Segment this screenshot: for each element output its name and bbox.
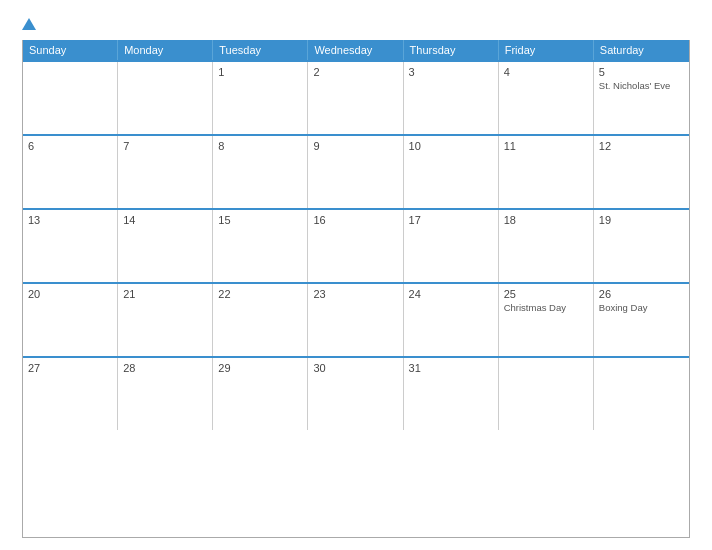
day-cell: 3 <box>404 62 499 134</box>
header <box>22 18 690 30</box>
week-row-3: 13141516171819 <box>23 208 689 282</box>
day-cell: 31 <box>404 358 499 430</box>
day-cell: 19 <box>594 210 689 282</box>
day-number: 20 <box>28 288 112 300</box>
week-row-1: 12345St. Nicholas' Eve <box>23 60 689 134</box>
week-row-5: 2728293031 <box>23 356 689 430</box>
day-number: 23 <box>313 288 397 300</box>
day-header-sunday: Sunday <box>23 40 118 60</box>
day-cell <box>118 62 213 134</box>
event-label: St. Nicholas' Eve <box>599 80 684 92</box>
logo-blue-text <box>22 18 39 30</box>
day-cell: 29 <box>213 358 308 430</box>
event-label: Boxing Day <box>599 302 684 314</box>
day-number: 5 <box>599 66 684 78</box>
day-number: 25 <box>504 288 588 300</box>
day-cell: 26Boxing Day <box>594 284 689 356</box>
day-number: 30 <box>313 362 397 374</box>
day-number: 7 <box>123 140 207 152</box>
day-headers: SundayMondayTuesdayWednesdayThursdayFrid… <box>23 40 689 60</box>
day-cell: 1 <box>213 62 308 134</box>
day-number: 16 <box>313 214 397 226</box>
day-cell: 20 <box>23 284 118 356</box>
day-cell <box>23 62 118 134</box>
day-cell: 2 <box>308 62 403 134</box>
day-cell: 10 <box>404 136 499 208</box>
day-number: 22 <box>218 288 302 300</box>
day-number: 3 <box>409 66 493 78</box>
day-cell: 4 <box>499 62 594 134</box>
day-cell: 23 <box>308 284 403 356</box>
calendar-body: 12345St. Nicholas' Eve678910111213141516… <box>23 60 689 430</box>
calendar: SundayMondayTuesdayWednesdayThursdayFrid… <box>22 40 690 538</box>
day-cell <box>499 358 594 430</box>
day-cell: 28 <box>118 358 213 430</box>
day-number: 21 <box>123 288 207 300</box>
day-cell: 14 <box>118 210 213 282</box>
day-number: 14 <box>123 214 207 226</box>
day-cell: 27 <box>23 358 118 430</box>
day-number: 24 <box>409 288 493 300</box>
day-cell: 9 <box>308 136 403 208</box>
day-number: 2 <box>313 66 397 78</box>
day-number: 19 <box>599 214 684 226</box>
day-number: 4 <box>504 66 588 78</box>
day-header-saturday: Saturday <box>594 40 689 60</box>
day-cell: 21 <box>118 284 213 356</box>
day-cell: 11 <box>499 136 594 208</box>
calendar-page: SundayMondayTuesdayWednesdayThursdayFrid… <box>0 0 712 550</box>
day-number: 8 <box>218 140 302 152</box>
day-number: 1 <box>218 66 302 78</box>
week-row-4: 202122232425Christmas Day26Boxing Day <box>23 282 689 356</box>
day-number: 31 <box>409 362 493 374</box>
day-cell: 17 <box>404 210 499 282</box>
logo <box>22 18 39 30</box>
day-number: 13 <box>28 214 112 226</box>
day-number: 10 <box>409 140 493 152</box>
day-number: 18 <box>504 214 588 226</box>
day-cell: 24 <box>404 284 499 356</box>
day-number: 6 <box>28 140 112 152</box>
day-number: 15 <box>218 214 302 226</box>
day-cell: 22 <box>213 284 308 356</box>
day-cell: 15 <box>213 210 308 282</box>
week-row-2: 6789101112 <box>23 134 689 208</box>
day-number: 9 <box>313 140 397 152</box>
day-cell: 18 <box>499 210 594 282</box>
event-label: Christmas Day <box>504 302 588 314</box>
logo-triangle-icon <box>22 18 36 30</box>
day-cell: 8 <box>213 136 308 208</box>
day-cell: 6 <box>23 136 118 208</box>
day-number: 28 <box>123 362 207 374</box>
day-number: 27 <box>28 362 112 374</box>
day-cell: 13 <box>23 210 118 282</box>
day-cell <box>594 358 689 430</box>
day-header-friday: Friday <box>499 40 594 60</box>
day-header-tuesday: Tuesday <box>213 40 308 60</box>
day-header-wednesday: Wednesday <box>308 40 403 60</box>
day-header-thursday: Thursday <box>404 40 499 60</box>
day-cell: 25Christmas Day <box>499 284 594 356</box>
day-number: 29 <box>218 362 302 374</box>
day-number: 26 <box>599 288 684 300</box>
day-cell: 7 <box>118 136 213 208</box>
day-cell: 16 <box>308 210 403 282</box>
day-number: 11 <box>504 140 588 152</box>
day-cell: 30 <box>308 358 403 430</box>
day-number: 17 <box>409 214 493 226</box>
day-cell: 5St. Nicholas' Eve <box>594 62 689 134</box>
day-number: 12 <box>599 140 684 152</box>
day-header-monday: Monday <box>118 40 213 60</box>
day-cell: 12 <box>594 136 689 208</box>
